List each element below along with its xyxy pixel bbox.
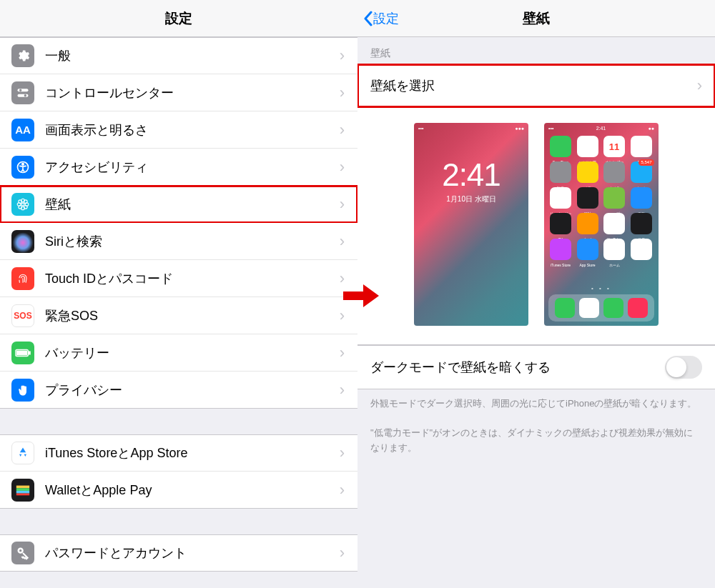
chevron-right-icon: › [340,481,345,499]
settings-group-1: 一般 › コントロールセンター › AA 画面表示と明るさ › アクセシビリティ… [0,37,358,409]
dock [548,294,654,322]
row-label: 壁紙を選択 [370,77,697,94]
svg-rect-19 [16,488,29,491]
darkmode-toggle[interactable] [665,356,702,379]
page-title: 設定 [165,9,192,28]
app-grid: FaceTimeヘルスケア11カレンダー写真設定メモカメラ5,547メールリマイ… [550,136,653,260]
row-label: WalletとApple Pay [45,482,340,499]
wallpaper-previews: •••●●● 2:41 1月10日 水曜日 •••2:41●● FaceTime… [358,107,715,345]
text-size-icon: AA [11,119,34,141]
description-1: 外観モードでダーク選択時、周囲の光に応じてiPhoneの壁紙が暗くなります。 [358,389,715,419]
toggles-icon [11,81,34,104]
gear-icon [11,44,34,67]
app-icon: FaceTime [550,136,571,157]
lock-clock: 2:41 1月10日 水曜日 [414,157,528,204]
row-label: アクセシビリティ [45,159,340,176]
settings-group-3: パスワードとアカウント › [0,534,358,572]
wallet-icon [11,479,34,502]
header-left: 設定 [0,0,358,37]
dock-app-icon [628,298,648,318]
flower-icon [11,193,34,216]
row-label: iTunes StoreとApp Store [45,444,340,462]
chevron-right-icon: › [340,232,345,251]
app-icon: App Store [577,239,598,260]
svg-rect-16 [29,352,30,354]
app-icon: メモ [577,161,598,183]
siri-icon [11,230,34,253]
page-title: 壁紙 [523,9,550,28]
row-label: コントロールセンター [45,84,340,101]
svg-rect-0 [18,89,29,91]
chevron-right-icon: › [340,344,345,362]
svg-point-3 [24,94,26,96]
status-bar: •••2:41●● [544,126,659,131]
appstore-icon [11,442,34,464]
row-passwords[interactable]: パスワードとアカウント › [0,534,358,572]
row-label: パスワードとアカウント [45,544,340,562]
wallpaper-panel-right: 設定 壁紙 壁紙 壁紙を選択 › •••●●● 2:41 1月10日 水曜日 •… [358,0,715,588]
row-privacy[interactable]: プライバシー › [0,372,358,409]
row-accessibility[interactable]: アクセシビリティ › [0,149,358,186]
description-2: "低電力モード"がオンのときは、ダイナミックの壁紙および視差効果が無効になります… [358,419,715,463]
section-header: 壁紙 [358,37,715,64]
app-icon: iTunes Store [550,239,571,260]
chevron-right-icon: › [697,76,702,95]
row-sos[interactable]: SOS 緊急SOS › [0,297,358,334]
app-icon: 設定 [550,161,571,183]
chevron-right-icon: › [340,121,345,139]
chevron-right-icon: › [340,544,345,562]
row-touchid[interactable]: Touch IDとパスコード › [0,260,358,297]
app-icon: 写真 [631,136,652,157]
app-icon: 5,547メール [631,161,652,183]
svg-point-23 [19,549,21,552]
chevron-right-icon: › [340,84,345,102]
row-wallpaper[interactable]: 壁紙 › [0,186,358,223]
chevron-right-icon: › [340,158,345,176]
svg-point-6 [21,203,24,206]
lockscreen-preview[interactable]: •••●●● 2:41 1月10日 水曜日 [414,123,528,326]
dock-app-icon [603,298,623,318]
key-icon [11,542,34,564]
status-bar: •••●●● [414,126,528,131]
svg-point-5 [22,163,24,165]
header-right: 設定 壁紙 [358,0,715,37]
app-icon: マップ [603,187,625,209]
app-icon: YouTube [603,213,625,234]
homescreen-preview[interactable]: •••2:41●● FaceTimeヘルスケア11カレンダー写真設定メモカメラ5… [544,123,659,326]
svg-rect-17 [17,351,27,355]
time-label: 2:41 [414,157,528,193]
row-label: バッテリー [45,344,340,362]
row-general[interactable]: 一般 › [0,37,358,74]
app-icon: ホーム [603,239,625,260]
row-label: プライバシー [45,382,340,399]
row-battery[interactable]: バッテリー › [0,334,358,372]
row-itunes[interactable]: iTunes StoreとApp Store › [0,434,358,472]
settings-panel-left: 設定 一般 › コントロールセンター › AA 画面表示と明るさ › アクセシビ… [0,0,358,588]
svg-rect-18 [16,485,29,488]
row-label: 壁紙 [45,196,340,213]
svg-point-2 [19,89,21,91]
app-icon: ヘルスケア [577,136,598,157]
dock-app-icon [579,298,599,318]
row-display[interactable]: AA 画面表示と明るさ › [0,111,358,149]
app-icon: TV [550,213,571,234]
app-icon: 11カレンダー [603,136,625,157]
hand-icon [11,379,34,402]
row-siri[interactable]: Siriと検索 › [0,223,358,260]
back-button[interactable]: 設定 [363,10,399,27]
app-icon: カメラ [603,161,625,183]
row-select-wallpaper[interactable]: 壁紙を選択 › [358,64,715,107]
app-icon: ブック [577,213,598,234]
svg-rect-1 [18,94,29,96]
fingerprint-icon [11,267,34,290]
chevron-right-icon: › [340,444,345,462]
row-label: Touch IDとパスコード [45,270,340,287]
row-control-center[interactable]: コントロールセンター › [0,74,358,111]
back-label: 設定 [373,10,399,27]
settings-group-2: iTunes StoreとApp Store › WalletとApple Pa… [0,434,358,509]
row-label: 一般 [45,47,340,64]
app-icon: リマインダー [550,187,571,209]
app-icon: 時計 [577,187,598,209]
row-wallet[interactable]: WalletとApple Pay › [0,472,358,509]
sos-icon: SOS [11,304,34,327]
